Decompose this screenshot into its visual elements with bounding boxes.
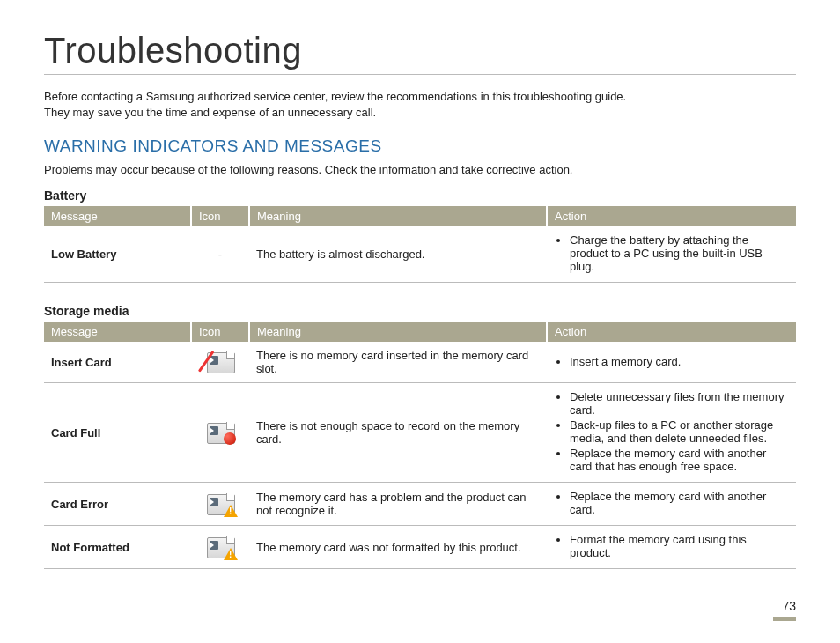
cell-action: Delete unnecessary files from the memory… [547, 383, 796, 483]
cell-meaning: The memory card has a problem and the pr… [249, 483, 547, 526]
cell-icon [191, 483, 249, 526]
cell-meaning: There is not enough space to record on t… [249, 383, 547, 483]
cell-meaning: There is no memory card inserted in the … [249, 342, 547, 383]
page-number-value: 73 [782, 599, 796, 615]
action-item: Delete unnecessary files from the memory… [570, 390, 789, 417]
header-message: Message [44, 206, 191, 226]
table-row: Low Battery - The battery is almost disc… [44, 226, 796, 283]
intro-line-1: Before contacting a Samsung authorized s… [44, 90, 626, 103]
storage-table: Message Icon Meaning Action Insert Card … [44, 322, 796, 569]
battery-subhead: Battery [44, 188, 796, 203]
battery-table: Message Icon Meaning Action Low Battery … [44, 206, 796, 283]
cell-action: Insert a memory card. [547, 342, 796, 383]
table-row: Card Error The memory card has a problem… [44, 483, 796, 526]
cell-icon: - [191, 226, 249, 283]
action-item: Charge the battery by attaching the prod… [570, 233, 789, 273]
table-header-row: Message Icon Meaning Action [44, 322, 796, 342]
header-icon: Icon [191, 322, 249, 342]
header-message: Message [44, 322, 191, 342]
cell-icon [191, 383, 249, 483]
action-item: Replace the memory card with another car… [570, 490, 789, 516]
cell-meaning: The memory card was not formatted by thi… [249, 526, 547, 569]
intro-line-2: They may save you the time and expense o… [44, 106, 376, 119]
table-row: Card Full There is not enough space to r… [44, 383, 796, 483]
page-number: 73 [773, 598, 796, 621]
header-icon: Icon [191, 206, 249, 226]
action-item: Back-up files to a PC or another storage… [570, 418, 789, 445]
cell-message: Not Formatted [44, 526, 191, 569]
intro-text: Before contacting a Samsung authorized s… [44, 89, 796, 121]
sd-card-warn-icon [207, 537, 233, 557]
cell-action: Replace the memory card with another car… [547, 483, 796, 526]
sd-card-error-icon [207, 494, 233, 514]
page-title: Troubleshooting [44, 31, 796, 70]
cell-icon [191, 526, 249, 569]
table-row: Insert Card There is no memory card inse… [44, 342, 796, 383]
action-item: Format the memory card using this produc… [570, 533, 789, 559]
cell-action: Format the memory card using this produc… [547, 526, 796, 569]
cell-icon [191, 342, 249, 383]
cell-message: Low Battery [44, 226, 191, 283]
section-text: Problems may occur because of the follow… [44, 163, 796, 176]
cell-message: Card Full [44, 383, 191, 483]
header-meaning: Meaning [249, 322, 547, 342]
title-rule [44, 74, 796, 75]
page-number-bar [773, 617, 796, 621]
action-item: Insert a memory card. [570, 355, 789, 368]
action-item: Replace the memory card with another car… [570, 447, 789, 473]
cell-message: Insert Card [44, 342, 191, 383]
cell-message: Card Error [44, 483, 191, 526]
header-action: Action [547, 322, 796, 342]
table-header-row: Message Icon Meaning Action [44, 206, 796, 226]
sd-card-slash-icon [207, 352, 233, 372]
cell-action: Charge the battery by attaching the prod… [547, 226, 796, 283]
table-row: Not Formatted The memory card was not fo… [44, 526, 796, 569]
cell-meaning: The battery is almost discharged. [249, 226, 547, 283]
section-heading: WARNING INDICATORS AND MESSAGES [44, 137, 796, 156]
header-meaning: Meaning [249, 206, 547, 226]
storage-subhead: Storage media [44, 304, 796, 318]
sd-card-full-icon [207, 423, 233, 442]
header-action: Action [547, 206, 796, 226]
